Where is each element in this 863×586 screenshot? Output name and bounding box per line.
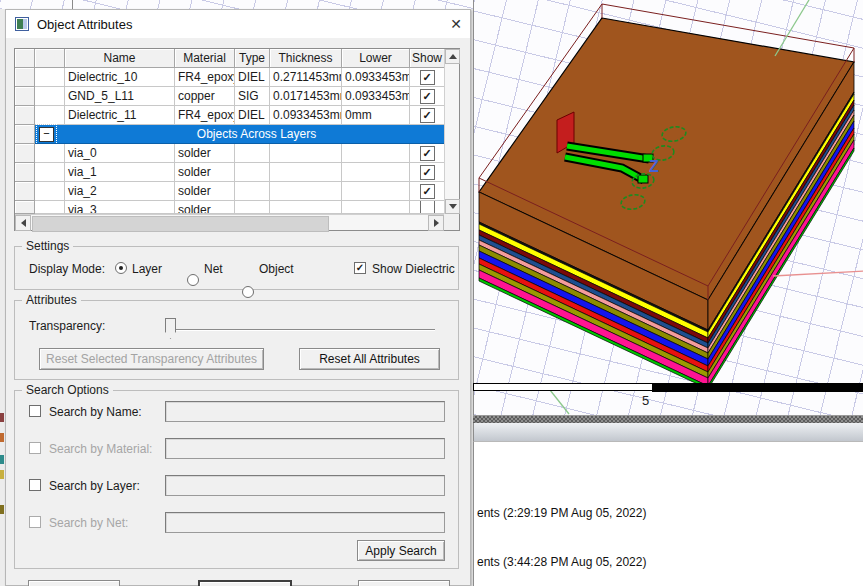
background-icon-sliver <box>0 413 4 422</box>
radio-net-label[interactable]: Net <box>204 262 223 276</box>
dialog-title: Object Attributes <box>37 17 132 32</box>
radio-object[interactable] <box>242 286 254 298</box>
table-row[interactable]: via_2 solder ✓ <box>15 182 459 201</box>
message-line: ents (3:44:28 PM Aug 05, 2022) <box>477 555 646 569</box>
radio-layer-label[interactable]: Layer <box>132 262 162 276</box>
table-row-clipped[interactable]: via_3 solder <box>15 201 459 214</box>
cell-name: Dielectric_10 <box>65 68 175 87</box>
search-by-net-label: Search by Net: <box>49 516 128 530</box>
cell-material: solder <box>175 163 235 182</box>
reset-all-attributes-button[interactable]: Reset All Attributes <box>299 348 440 370</box>
scroll-up-icon[interactable] <box>445 49 460 64</box>
pcb-stackup-scene: Z <box>474 0 863 415</box>
background-icon-sliver <box>0 470 4 479</box>
radio-object-label[interactable]: Object <box>259 262 294 276</box>
show-checkbox[interactable]: ✓ <box>420 184 435 199</box>
close-icon[interactable]: ✕ <box>444 14 468 34</box>
cell-material: copper <box>175 87 235 106</box>
app-icon <box>15 17 29 31</box>
search-by-layer-label[interactable]: Search by Layer: <box>49 479 140 493</box>
3d-model-viewport[interactable]: Z <box>473 0 863 415</box>
apply-search-button[interactable]: Apply Search <box>357 540 445 561</box>
scale-bar-black-segment <box>652 383 863 392</box>
scroll-down-icon[interactable] <box>445 199 460 214</box>
col-header-thickness: Thickness <box>270 49 342 68</box>
settings-group: Settings Display Mode: Layer Net Object … <box>14 246 459 290</box>
object-attributes-dialog: Object Attributes ✕ Name Material Type T… <box>5 9 471 586</box>
horizontal-scroll-strip[interactable] <box>473 423 863 441</box>
attributes-group: Attributes Transparency: Reset Selected … <box>14 300 459 380</box>
pane-splitter-handle[interactable] <box>473 415 863 423</box>
cell-lower: 0.0933453mm <box>342 68 410 87</box>
search-by-material-checkbox <box>29 442 41 454</box>
vertical-scrollbar[interactable] <box>444 49 459 214</box>
cell-type: DIEL <box>235 68 270 87</box>
show-checkbox[interactable]: ✓ <box>420 70 435 85</box>
radio-net[interactable] <box>187 274 199 286</box>
transparency-label: Transparency: <box>29 319 105 333</box>
transparency-slider-thumb[interactable] <box>165 318 176 339</box>
show-checkbox[interactable]: ✓ <box>420 165 435 180</box>
dialog-titlebar[interactable]: Object Attributes ✕ <box>6 10 470 38</box>
search-by-layer-checkbox[interactable] <box>29 479 41 491</box>
scrollbar-thumb[interactable] <box>32 216 329 232</box>
scroll-right-icon[interactable] <box>428 215 444 231</box>
layers-table: Name Material Type Thickness Lower Show … <box>14 48 460 231</box>
message-pane: ents (2:29:19 PM Aug 05, 2022) ents (3:4… <box>473 441 863 586</box>
cell-lower: 0mm <box>342 106 410 125</box>
cell-name: GND_5_L11 <box>65 87 175 106</box>
radio-layer[interactable] <box>115 262 127 274</box>
background-app-sliver <box>0 0 473 9</box>
reset-selected-transparency-button[interactable]: Reset Selected Transparency Attributes <box>39 348 264 370</box>
cell-type: DIEL <box>235 106 270 125</box>
x-axis-line <box>773 271 863 276</box>
background-icon-sliver <box>0 455 4 464</box>
table-row[interactable]: via_0 solder ✓ <box>15 144 459 163</box>
y-axis-line <box>775 0 809 56</box>
z-axis-label: Z <box>649 158 659 175</box>
show-checkbox[interactable]: ✓ <box>420 89 435 104</box>
show-dielectric-label[interactable]: Show Dielectric <box>372 262 455 276</box>
scale-bar-white-segment <box>473 383 653 391</box>
bottom-dialog-button-clipped[interactable] <box>28 580 120 586</box>
col-header-type: Type <box>235 49 270 68</box>
show-checkbox[interactable]: ✓ <box>420 108 435 123</box>
cell-material: solder <box>175 182 235 201</box>
background-icon-sliver <box>0 505 4 514</box>
settings-group-label: Settings <box>22 239 73 253</box>
transparency-slider-track[interactable] <box>165 329 435 331</box>
show-checkbox[interactable] <box>420 201 435 214</box>
search-by-layer-input[interactable] <box>165 475 445 496</box>
col-header-show: Show <box>410 49 445 68</box>
bottom-dialog-default-button-clipped[interactable] <box>198 580 292 586</box>
group-row-objects-across-layers[interactable]: − Objects Across Layers <box>15 125 459 144</box>
bottom-dialog-button-clipped[interactable] <box>358 580 450 586</box>
search-options-group-label: Search Options <box>22 383 113 397</box>
table-row[interactable]: GND_5_L11 copper SIG 0.0171453mm 0.09334… <box>15 87 459 106</box>
scale-tick-label: 5 <box>642 393 649 408</box>
col-header-name: Name <box>65 49 175 68</box>
search-by-name-input[interactable] <box>165 401 445 422</box>
show-dielectric-checkbox[interactable]: ✓ <box>354 262 366 274</box>
background-window-edge <box>72 0 73 9</box>
search-by-material-input <box>165 438 445 459</box>
y-axis-line-lower <box>550 390 569 414</box>
collapse-icon[interactable]: − <box>39 127 54 142</box>
table-row[interactable]: Dielectric_11 FR4_epoxy DIEL 0.0933453mm… <box>15 106 459 125</box>
search-by-name-checkbox[interactable] <box>29 405 41 417</box>
background-icon-sliver <box>0 433 4 442</box>
search-by-name-label[interactable]: Search by Name: <box>49 405 142 419</box>
table-header-row: Name Material Type Thickness Lower Show <box>15 49 459 68</box>
cell-material: solder <box>175 201 235 214</box>
attributes-group-label: Attributes <box>22 293 81 307</box>
cell-type: SIG <box>235 87 270 106</box>
horizontal-scrollbar[interactable] <box>15 214 444 230</box>
cell-lower: 0.0933453mm <box>342 87 410 106</box>
col-header-material: Material <box>175 49 235 68</box>
table-row[interactable]: via_1 solder ✓ <box>15 163 459 182</box>
cell-name: via_3 <box>65 201 175 214</box>
search-by-material-label: Search by Material: <box>49 442 152 456</box>
scroll-left-icon[interactable] <box>15 215 31 231</box>
table-row[interactable]: Dielectric_10 FR4_epoxy DIEL 0.2711453mm… <box>15 68 459 87</box>
show-checkbox[interactable]: ✓ <box>420 146 435 161</box>
